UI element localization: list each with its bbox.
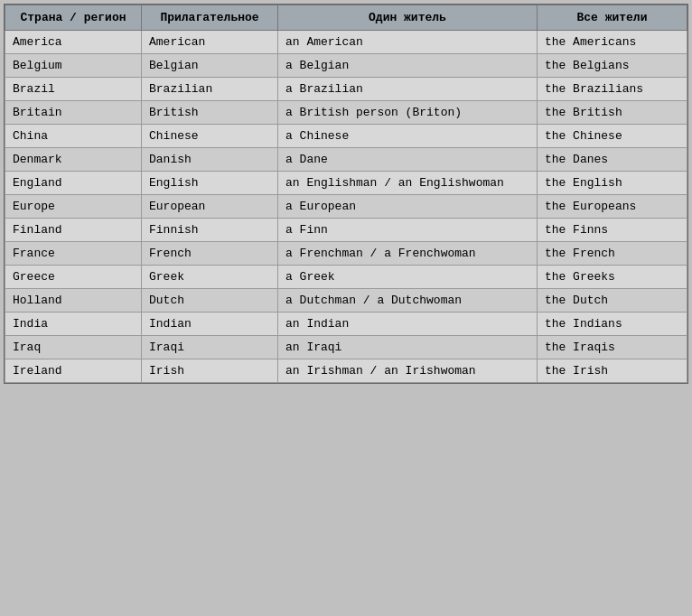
- cell-all-residents: the Finns: [537, 219, 687, 242]
- cell-all-residents: the Indians: [537, 313, 687, 336]
- header-one-resident: Один житель: [278, 5, 538, 31]
- cell-country: Belgium: [5, 54, 142, 78]
- table-row: BritainBritisha British person (Briton)t…: [5, 101, 687, 125]
- cell-adjective: Danish: [142, 148, 278, 172]
- table-row: EuropeEuropeana Europeanthe Europeans: [5, 195, 687, 219]
- cell-adjective: Brazilian: [142, 78, 278, 101]
- cell-adjective: Indian: [142, 313, 278, 336]
- cell-one-resident: a European: [278, 195, 538, 219]
- table-row: FinlandFinnisha Finnthe Finns: [5, 219, 687, 242]
- main-table-container: Страна / регион Прилагательное Один жите…: [4, 4, 688, 384]
- cell-one-resident: an Irishman / an Irishwoman: [278, 359, 538, 383]
- cell-country: America: [5, 31, 142, 54]
- cell-all-residents: the French: [537, 242, 687, 266]
- cell-country: Europe: [5, 195, 142, 219]
- cell-country: Holland: [5, 289, 142, 313]
- table-row: IrelandIrishan Irishman / an Irishwomant…: [5, 359, 687, 383]
- cell-adjective: Greek: [142, 266, 278, 289]
- cell-adjective: European: [142, 195, 278, 219]
- table-row: BelgiumBelgiana Belgianthe Belgians: [5, 54, 687, 78]
- table-row: GreeceGreeka Greekthe Greeks: [5, 266, 687, 289]
- cell-country: Britain: [5, 101, 142, 125]
- cell-one-resident: a Dane: [278, 148, 538, 172]
- cell-adjective: Iraqi: [142, 336, 278, 359]
- cell-one-resident: a Finn: [278, 219, 538, 242]
- cell-one-resident: a British person (Briton): [278, 101, 538, 125]
- cell-country: Finland: [5, 219, 142, 242]
- table-row: IraqIraqian Iraqithe Iraqis: [5, 336, 687, 359]
- cell-one-resident: a Chinese: [278, 125, 538, 148]
- table-row: EnglandEnglishan Englishman / an English…: [5, 172, 687, 195]
- cell-country: France: [5, 242, 142, 266]
- cell-all-residents: the Brazilians: [537, 78, 687, 101]
- cell-adjective: French: [142, 242, 278, 266]
- table-row: FranceFrencha Frenchman / a Frenchwomant…: [5, 242, 687, 266]
- cell-adjective: Dutch: [142, 289, 278, 313]
- cell-country: China: [5, 125, 142, 148]
- cell-one-resident: a Greek: [278, 266, 538, 289]
- cell-all-residents: the Dutch: [537, 289, 687, 313]
- header-adjective: Прилагательное: [142, 5, 278, 31]
- cell-one-resident: a Frenchman / a Frenchwoman: [278, 242, 538, 266]
- cell-one-resident: an Iraqi: [278, 336, 538, 359]
- cell-adjective: Irish: [142, 359, 278, 383]
- table-row: AmericaAmericanan Americanthe Americans: [5, 31, 687, 54]
- cell-country: Denmark: [5, 148, 142, 172]
- table-row: ChinaChinesea Chinesethe Chinese: [5, 125, 687, 148]
- cell-all-residents: the British: [537, 101, 687, 125]
- cell-adjective: American: [142, 31, 278, 54]
- cell-all-residents: the Danes: [537, 148, 687, 172]
- table-row: IndiaIndianan Indianthe Indians: [5, 313, 687, 336]
- cell-adjective: Chinese: [142, 125, 278, 148]
- cell-one-resident: a Brazilian: [278, 78, 538, 101]
- cell-country: Ireland: [5, 359, 142, 383]
- cell-all-residents: the Irish: [537, 359, 687, 383]
- cell-adjective: English: [142, 172, 278, 195]
- cell-all-residents: the Europeans: [537, 195, 687, 219]
- cell-one-resident: an American: [278, 31, 538, 54]
- header-all-residents: Все жители: [537, 5, 687, 31]
- cell-country: Iraq: [5, 336, 142, 359]
- table-row: DenmarkDanisha Danethe Danes: [5, 148, 687, 172]
- table-row: HollandDutcha Dutchman / a Dutchwomanthe…: [5, 289, 687, 313]
- table-row: BrazilBraziliana Brazilianthe Brazilians: [5, 78, 687, 101]
- cell-all-residents: the English: [537, 172, 687, 195]
- cell-one-resident: a Belgian: [278, 54, 538, 78]
- nationalities-table: Страна / регион Прилагательное Один жите…: [5, 5, 687, 383]
- cell-adjective: Belgian: [142, 54, 278, 78]
- cell-one-resident: an Englishman / an Englishwoman: [278, 172, 538, 195]
- cell-all-residents: the Chinese: [537, 125, 687, 148]
- cell-all-residents: the Americans: [537, 31, 687, 54]
- cell-country: England: [5, 172, 142, 195]
- cell-all-residents: the Iraqis: [537, 336, 687, 359]
- cell-country: Greece: [5, 266, 142, 289]
- cell-one-resident: an Indian: [278, 313, 538, 336]
- header-country: Страна / регион: [5, 5, 142, 31]
- cell-adjective: Finnish: [142, 219, 278, 242]
- cell-all-residents: the Belgians: [537, 54, 687, 78]
- cell-all-residents: the Greeks: [537, 266, 687, 289]
- cell-one-resident: a Dutchman / a Dutchwoman: [278, 289, 538, 313]
- table-body: AmericaAmericanan Americanthe AmericansB…: [5, 31, 687, 383]
- cell-country: India: [5, 313, 142, 336]
- table-header-row: Страна / регион Прилагательное Один жите…: [5, 5, 687, 31]
- cell-country: Brazil: [5, 78, 142, 101]
- cell-adjective: British: [142, 101, 278, 125]
